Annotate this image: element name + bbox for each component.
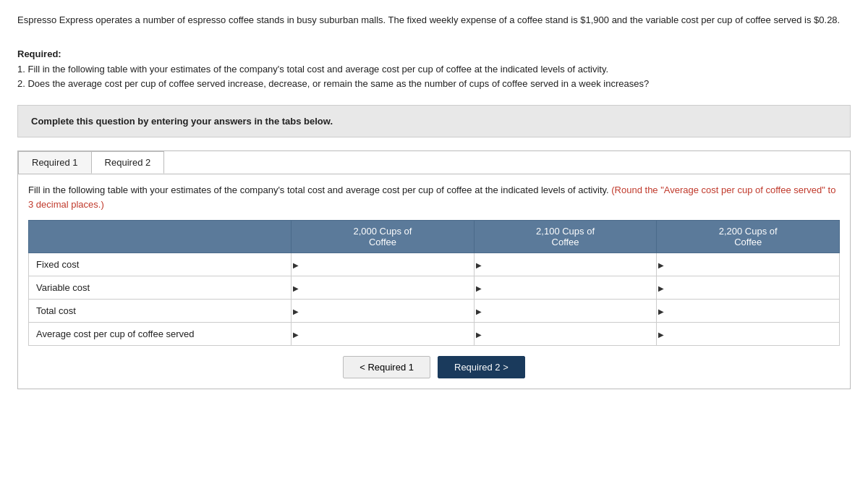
variable-cost-2100-input[interactable]	[475, 276, 657, 299]
avg-cost-2000-input[interactable]	[292, 323, 474, 345]
total-cost-2000-input[interactable]	[292, 300, 474, 322]
row-label-fixed-cost: Fixed cost	[29, 253, 292, 276]
nav-buttons: < Required 1 Required 2 >	[28, 346, 840, 389]
row-label-avg-cost: Average cost per cup of coffee served	[29, 323, 292, 346]
avg-cost-2200-input[interactable]	[657, 323, 839, 345]
tabs-header: Required 1 Required 2	[18, 151, 850, 174]
tab-content: Fill in the following table with your es…	[18, 174, 850, 389]
fixed-cost-2000-cell[interactable]: ▶	[292, 253, 475, 276]
variable-cost-2200-cell[interactable]: ▶	[657, 276, 840, 300]
total-cost-2000-cell[interactable]: ▶	[292, 300, 475, 323]
fixed-cost-2200-cell[interactable]: ▶	[657, 253, 840, 276]
total-cost-2200-cell[interactable]: ▶	[657, 300, 840, 323]
total-cost-2100-input[interactable]	[475, 300, 657, 322]
intro-paragraph: Espresso Express operates a number of es…	[17, 13, 851, 27]
tab-required-2[interactable]: Required 2	[91, 151, 165, 174]
table-row: Total cost ▶ ▶ ▶	[29, 300, 840, 323]
row-label-total-cost: Total cost	[29, 300, 292, 323]
row-label-variable-cost: Variable cost	[29, 276, 292, 300]
table-row: Variable cost ▶ ▶ ▶	[29, 276, 840, 300]
avg-cost-2200-cell[interactable]: ▶	[657, 323, 840, 346]
fixed-cost-2100-cell[interactable]: ▶	[474, 253, 657, 276]
col-header-empty	[29, 221, 292, 253]
variable-cost-2100-cell[interactable]: ▶	[474, 276, 657, 300]
tab-description: Fill in the following table with your es…	[28, 183, 840, 211]
required-item-1: 1. Fill in the following table with your…	[17, 62, 851, 77]
table-row: Fixed cost ▶ ▶ ▶	[29, 253, 840, 276]
col-header-2000: 2,000 Cups of Coffee	[292, 221, 475, 253]
total-cost-2200-input[interactable]	[657, 300, 839, 322]
col-header-2100: 2,100 Cups of Coffee	[474, 221, 657, 253]
complete-box: Complete this question by entering your …	[17, 105, 851, 137]
variable-cost-2000-input[interactable]	[292, 276, 474, 299]
tab-required-1[interactable]: Required 1	[18, 151, 92, 174]
tabs-container: Required 1 Required 2 Fill in the follow…	[17, 150, 851, 389]
avg-cost-2000-cell[interactable]: ▶	[292, 323, 475, 346]
avg-cost-2100-input[interactable]	[475, 323, 657, 345]
variable-cost-2000-cell[interactable]: ▶	[292, 276, 475, 300]
fixed-cost-2100-input[interactable]	[475, 253, 657, 276]
prev-button[interactable]: < Required 1	[343, 356, 430, 378]
required-item-2: 2. Does the average cost per cup of coff…	[17, 77, 851, 92]
variable-cost-2200-input[interactable]	[657, 276, 839, 299]
required-header: Required:	[17, 48, 851, 59]
table-row: Average cost per cup of coffee served ▶ …	[29, 323, 840, 346]
col-header-2200: 2,200 Cups of Coffee	[657, 221, 840, 253]
data-table: 2,000 Cups of Coffee 2,100 Cups of Coffe…	[28, 220, 840, 346]
avg-cost-2100-cell[interactable]: ▶	[474, 323, 657, 346]
fixed-cost-2000-input[interactable]	[292, 253, 474, 276]
fixed-cost-2200-input[interactable]	[657, 253, 839, 276]
next-button[interactable]: Required 2 >	[438, 356, 525, 378]
total-cost-2100-cell[interactable]: ▶	[474, 300, 657, 323]
tab-description-normal: Fill in the following table with your es…	[28, 184, 609, 195]
